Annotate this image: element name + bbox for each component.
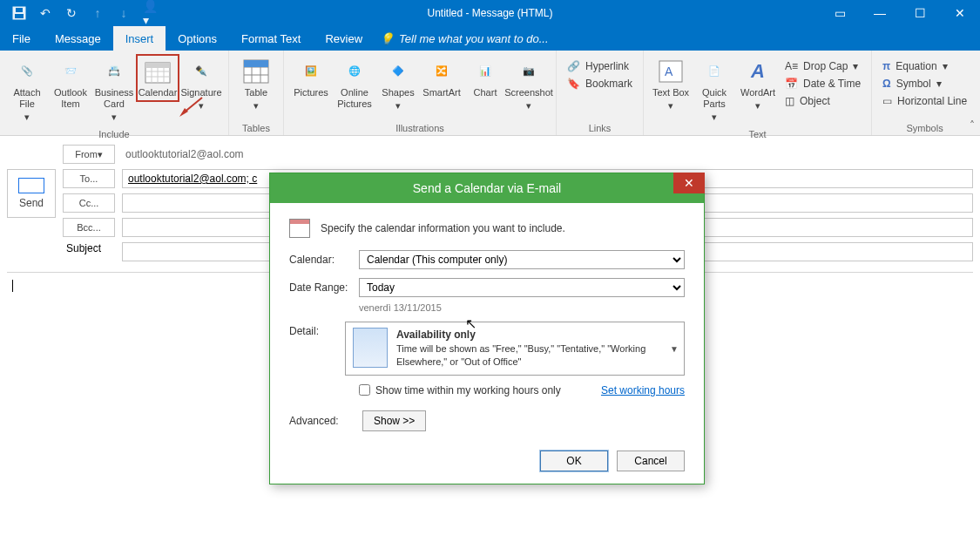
text-box-button[interactable]: AText Box▾: [649, 54, 693, 115]
svg-text:A: A: [665, 64, 673, 78]
set-working-hours-link[interactable]: Set working hours: [601, 384, 685, 396]
hyperlink-button[interactable]: 🔗Hyperlink: [562, 58, 638, 75]
ribbon-options-icon[interactable]: ▭: [820, 0, 860, 26]
tab-insert[interactable]: Insert: [113, 26, 166, 51]
online-pictures-button[interactable]: 🌐Online Pictures: [333, 54, 376, 113]
down-arrow-icon[interactable]: ↓: [117, 6, 131, 20]
object-button[interactable]: ◫Object: [780, 92, 866, 110]
group-links: 🔗Hyperlink 🔖Bookmark Links: [557, 51, 644, 135]
symbol-icon: Ω: [882, 78, 891, 90]
dialog-title: Send a Calendar via E-mail: [413, 181, 561, 195]
pictures-button[interactable]: 🖼️Pictures: [289, 54, 333, 102]
object-icon: ◫: [785, 95, 794, 107]
subject-label: Subject: [63, 242, 115, 254]
equation-button[interactable]: πEquation ▾: [877, 58, 972, 75]
dialog-close-button[interactable]: ✕: [673, 173, 705, 193]
signature-button[interactable]: ✒️Signature▾: [179, 54, 223, 115]
svg-rect-2: [16, 8, 23, 12]
detail-select[interactable]: Availability only Time will be shown as …: [345, 322, 685, 376]
menu-bar: File Message Insert Options Format Text …: [0, 26, 980, 51]
shapes-button[interactable]: 🔷Shapes▾: [376, 54, 420, 115]
from-button[interactable]: From ▾: [63, 145, 115, 164]
quick-access-toolbar: ↶ ↻ ↑ ↓ 👤▾: [0, 6, 157, 20]
close-window-button[interactable]: ✕: [940, 0, 980, 26]
paperclip-icon: 📎: [13, 58, 41, 85]
dialog-title-bar: Send a Calendar via E-mail ✕: [270, 173, 704, 203]
smartart-button[interactable]: 🔀SmartArt: [420, 54, 463, 102]
advanced-label: Advanced:: [289, 415, 350, 427]
ok-button[interactable]: OK: [540, 451, 608, 471]
save-icon[interactable]: [12, 6, 26, 20]
cc-button[interactable]: Cc...: [63, 193, 115, 213]
minimize-button[interactable]: —: [860, 0, 900, 26]
chevron-down-icon: ▼: [670, 343, 679, 353]
group-text: AText Box▾ 📄Quick Parts▾ AWordArt▾ A≡Dro…: [644, 51, 872, 135]
calendar-select[interactable]: Calendar (This computer only): [359, 250, 685, 269]
show-time-checkbox[interactable]: Show time within my working hours only: [359, 384, 561, 396]
send-button[interactable]: Send: [7, 169, 56, 218]
group-tables: Table▾ Tables: [229, 51, 284, 135]
up-arrow-icon[interactable]: ↑: [91, 6, 105, 20]
undo-icon[interactable]: ↶: [38, 6, 52, 20]
calendar-icon: [144, 58, 172, 85]
tell-me-search[interactable]: 💡 Tell me what you want to do...: [375, 26, 549, 51]
shapes-icon: 🔷: [384, 58, 412, 85]
tab-message[interactable]: Message: [43, 26, 113, 51]
date-note: venerdì 13/11/2015: [359, 302, 685, 313]
quick-parts-icon: 📄: [700, 58, 728, 85]
tab-format-text[interactable]: Format Text: [229, 26, 313, 51]
screenshot-icon: 📷: [515, 58, 543, 85]
horizontal-line-button[interactable]: ▭Horizontal Line: [877, 92, 972, 110]
business-card-button[interactable]: 📇Business Card▾: [92, 54, 136, 127]
title-bar: ↶ ↻ ↑ ↓ 👤▾ Untitled - Message (HTML) ▭ —…: [0, 0, 980, 26]
group-symbols: πEquation ▾ ΩSymbol ▾ ▭Horizontal Line S…: [872, 51, 977, 135]
table-button[interactable]: Table▾: [234, 54, 278, 115]
tab-file[interactable]: File: [0, 26, 43, 51]
screenshot-button[interactable]: 📷Screenshot▾: [507, 54, 551, 115]
detail-title: Availability only: [396, 328, 677, 342]
drop-cap-button[interactable]: A≡Drop Cap ▾: [780, 58, 866, 75]
wordart-icon: A: [744, 58, 772, 85]
show-advanced-button[interactable]: Show >>: [362, 410, 426, 431]
attach-file-button[interactable]: 📎Attach File▾: [5, 54, 49, 127]
calendar-label: Calendar:: [289, 250, 350, 266]
wordart-button[interactable]: AWordArt▾: [736, 54, 780, 115]
quick-parts-button[interactable]: 📄Quick Parts▾: [693, 54, 736, 127]
from-value: outlooktutorial2@aol.com: [122, 148, 244, 160]
date-time-button[interactable]: 📅Date & Time: [780, 75, 866, 92]
envelope-icon: [18, 178, 44, 193]
outlook-item-icon: 📨: [57, 58, 84, 85]
collapse-ribbon-button[interactable]: ˄: [970, 119, 975, 132]
horizontal-line-icon: ▭: [882, 95, 892, 107]
daterange-label: Date Range:: [289, 278, 350, 294]
hyperlink-icon: 🔗: [567, 60, 580, 72]
calendar-icon: [289, 219, 310, 238]
svg-rect-17: [244, 60, 268, 67]
date-time-icon: 📅: [785, 78, 798, 90]
bcc-button[interactable]: Bcc...: [63, 218, 115, 237]
daterange-select[interactable]: Today: [359, 278, 685, 297]
to-button[interactable]: To...: [63, 169, 115, 188]
user-icon[interactable]: 👤▾: [143, 6, 157, 20]
svg-rect-6: [145, 63, 170, 68]
group-illustrations: 🖼️Pictures 🌐Online Pictures 🔷Shapes▾ 🔀Sm…: [284, 51, 557, 135]
equation-icon: π: [882, 60, 890, 72]
ribbon: 📎Attach File▾ 📨Outlook Item 📇Business Ca…: [0, 51, 980, 136]
calendar-button[interactable]: Calendar: [136, 54, 179, 102]
chart-button[interactable]: 📊Chart: [463, 54, 507, 102]
table-icon: [242, 58, 270, 85]
tab-review[interactable]: Review: [313, 26, 375, 51]
window-title: Untitled - Message (HTML): [427, 7, 552, 19]
maximize-button[interactable]: ☐: [900, 0, 940, 26]
redo-icon[interactable]: ↻: [64, 6, 78, 20]
text-box-icon: A: [657, 58, 685, 85]
group-include: 📎Attach File▾ 📨Outlook Item 📇Business Ca…: [0, 51, 229, 135]
outlook-item-button[interactable]: 📨Outlook Item: [49, 54, 92, 113]
tab-options[interactable]: Options: [166, 26, 229, 51]
bookmark-button[interactable]: 🔖Bookmark: [562, 75, 638, 92]
business-card-icon: 📇: [100, 58, 128, 85]
drop-cap-icon: A≡: [785, 60, 798, 72]
symbol-button[interactable]: ΩSymbol ▾: [877, 75, 972, 92]
cancel-button[interactable]: Cancel: [617, 451, 685, 471]
dialog-instruction: Specify the calendar information you wan…: [321, 222, 565, 234]
